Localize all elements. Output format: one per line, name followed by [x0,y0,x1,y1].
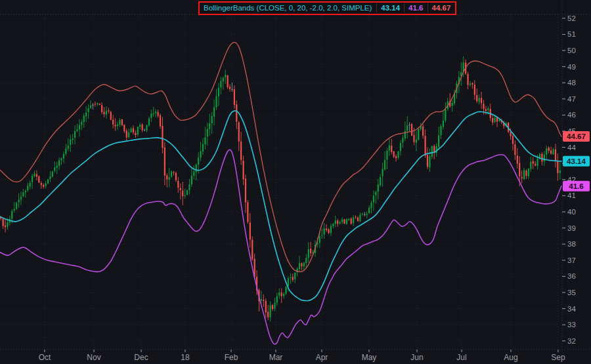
svg-text:Sep: Sep [551,353,565,362]
price-labels-layer: 44.6743.1441.6 [563,131,590,192]
svg-text:Feb: Feb [225,353,238,362]
svg-text:Apr: Apr [316,353,328,362]
price-axis[interactable]: 3233343536373839404142434445464748495051… [562,14,576,345]
svg-text:18: 18 [181,353,190,362]
svg-text:Aug: Aug [504,353,517,362]
svg-text:41.6: 41.6 [569,182,583,190]
indicator-value-lower: 41.6 [404,3,427,12]
svg-text:Mar: Mar [269,353,283,362]
svg-text:46: 46 [567,111,576,119]
indicator-value-upper: 44.67 [427,3,452,12]
candles-layer [0,56,561,321]
indicator-title[interactable]: BollingerBands (CLOSE, 0, 20, -2.0, 2.0,… [204,3,376,12]
svg-text:39: 39 [567,224,576,232]
indicator-legend[interactable]: BollingerBands (CLOSE, 0, 20, -2.0, 2.0,… [198,1,456,15]
svg-text:37: 37 [567,256,576,264]
bands-layer [0,42,561,344]
time-axis[interactable]: OctNovDec18FebMarAprMayJunJulAugSep [39,350,565,362]
svg-text:52: 52 [567,14,576,22]
svg-text:33: 33 [567,321,576,329]
svg-text:Jul: Jul [456,353,466,362]
svg-text:Dec: Dec [134,353,148,362]
svg-text:43.14: 43.14 [567,157,586,165]
svg-text:40: 40 [567,208,576,216]
chart-window: 3233343536373839404142434445464748495051… [0,0,591,364]
svg-text:Nov: Nov [87,353,100,362]
svg-text:38: 38 [567,240,576,248]
svg-text:Jun: Jun [410,353,423,362]
svg-text:44: 44 [567,144,576,152]
svg-text:50: 50 [567,47,576,54]
svg-text:44.67: 44.67 [567,132,586,140]
bollinger-chart[interactable]: 3233343536373839404142434445464748495051… [0,0,591,364]
svg-text:48: 48 [567,79,576,87]
grid-layer [0,0,591,364]
svg-text:35: 35 [567,289,576,296]
svg-text:41: 41 [567,192,576,199]
indicator-value-basis: 43.14 [376,3,404,12]
svg-text:May: May [362,353,377,362]
svg-text:51: 51 [567,30,576,38]
svg-text:34: 34 [567,305,576,313]
svg-text:32: 32 [567,337,576,345]
svg-text:47: 47 [567,95,576,103]
svg-text:Oct: Oct [39,353,51,362]
svg-text:36: 36 [567,272,576,280]
svg-text:49: 49 [567,63,576,71]
